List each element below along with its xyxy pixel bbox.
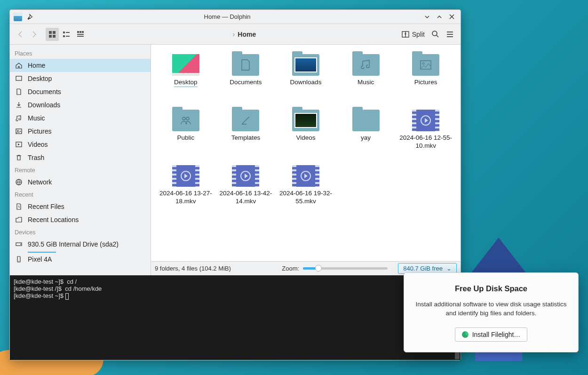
view-mode-group — [46, 28, 87, 41]
drive-icon — [15, 240, 23, 248]
sidebar-item-label: Recent Files — [28, 203, 64, 210]
icon-grid[interactable]: DesktopDocumentsDownloadsMusicPicturesPu… — [151, 45, 461, 261]
sidebar-item-pictures[interactable]: Pictures — [10, 125, 151, 138]
file-item-label: Templates — [231, 134, 261, 142]
sidebar-item-label: Pixel 4A — [28, 255, 52, 263]
window-body: Places HomeDesktopDocumentsDownloadsMusi… — [10, 45, 461, 275]
svg-point-24 — [17, 130, 19, 132]
sidebar-item-recent-locations[interactable]: Recent Locations — [10, 213, 151, 226]
sidebar-item-label: 930.5 GiB Internal Drive (sda2) — [28, 240, 119, 248]
file-item-label: 2024-06-16 12-55-10.mkv — [397, 134, 454, 150]
file-item[interactable]: 2024-06-16 13-27-18.mkv — [156, 164, 216, 216]
file-item-label: Public — [177, 134, 194, 142]
toolbar-right: Split — [402, 30, 456, 38]
file-item[interactable]: Desktop — [156, 53, 216, 105]
music-icon — [15, 114, 23, 122]
sidebar-item-documents[interactable]: Documents — [10, 85, 151, 98]
folder-glyph-icon — [360, 59, 372, 71]
folder-glyph-icon — [180, 115, 192, 126]
sidebar-item-label: Videos — [28, 141, 48, 148]
close-button[interactable] — [446, 12, 457, 22]
sidebar-item-label: Desktop — [28, 75, 52, 82]
sidebar-item-label: Home — [28, 62, 45, 69]
menu-button[interactable] — [446, 30, 454, 38]
file-item[interactable]: Pictures — [396, 53, 456, 105]
svg-rect-1 — [53, 31, 56, 34]
file-item[interactable]: Videos — [276, 109, 336, 160]
file-item-label: Downloads — [290, 79, 322, 87]
file-item-label: Pictures — [414, 79, 437, 87]
sidebar-item-videos[interactable]: Videos — [10, 138, 151, 151]
chevron-right-icon: › — [233, 31, 235, 38]
zoom-slider[interactable] — [303, 267, 388, 270]
search-button[interactable] — [431, 30, 439, 38]
file-item[interactable]: yay — [336, 109, 396, 160]
popup-body: Install additional software to view disk… — [413, 300, 569, 318]
sidebar-item-music[interactable]: Music — [10, 112, 151, 125]
app-icon — [14, 13, 22, 21]
file-item[interactable]: Public — [156, 109, 216, 160]
file-item-label: 2024-06-16 19-32-55.mkv — [278, 190, 334, 206]
svg-rect-11 — [77, 34, 84, 35]
split-button[interactable]: Split — [402, 31, 425, 38]
devices-header: Devices — [10, 226, 151, 238]
compact-view-button[interactable] — [60, 28, 73, 41]
install-filelight-label: Install Filelight… — [472, 331, 521, 338]
file-item[interactable]: Documents — [216, 53, 276, 105]
svg-rect-2 — [49, 35, 52, 38]
maximize-button[interactable] — [434, 12, 445, 22]
file-item[interactable]: 2024-06-16 19-32-55.mkv — [276, 164, 336, 216]
sidebar-item-desktop[interactable]: Desktop — [10, 72, 151, 85]
filelight-icon — [462, 331, 469, 338]
sidebar-item-recent-files[interactable]: Recent Files — [10, 200, 151, 213]
zoom-control: Zoom: — [282, 265, 391, 272]
svg-point-30 — [18, 261, 19, 261]
file-item[interactable]: 2024-06-16 13-42-14.mkv — [216, 164, 276, 216]
file-item[interactable]: Templates — [216, 109, 276, 160]
details-view-button[interactable] — [74, 28, 87, 41]
downloads-icon — [15, 101, 23, 109]
svg-rect-12 — [77, 36, 84, 37]
minimize-button[interactable] — [422, 12, 432, 22]
folder-thumbnail — [294, 113, 317, 128]
svg-point-28 — [20, 244, 21, 245]
free-space-label: 840.7 GiB free — [403, 265, 443, 272]
video-file-icon — [412, 110, 439, 131]
file-item[interactable]: 2024-06-16 12-55-10.mkv — [396, 109, 456, 160]
sidebar-item-label: Music — [28, 114, 45, 122]
trash-icon — [15, 153, 23, 162]
folder-thumbnail — [294, 57, 317, 72]
file-item-label: Videos — [296, 134, 315, 142]
svg-rect-6 — [63, 35, 65, 37]
svg-rect-9 — [79, 31, 81, 33]
sidebar-item-label: Network — [28, 178, 52, 186]
svg-rect-7 — [66, 36, 70, 37]
install-filelight-button[interactable]: Install Filelight… — [455, 327, 528, 342]
embedded-terminal[interactable]: [kde@kde-test ~]$ cd / [kde@kde-test /]$… — [10, 275, 461, 360]
video-file-icon — [232, 165, 259, 187]
file-item[interactable]: Music — [336, 53, 396, 105]
forward-button[interactable] — [28, 28, 40, 40]
desktop-icon — [15, 74, 23, 83]
sidebar-item-trash[interactable]: Trash — [10, 151, 151, 164]
back-button[interactable] — [15, 28, 27, 40]
hamburger-icon — [446, 30, 454, 38]
places-header: Places — [10, 48, 151, 59]
breadcrumb[interactable]: › Home — [88, 31, 401, 38]
file-item[interactable]: Downloads — [276, 53, 336, 105]
desktop-folder-icon — [172, 54, 199, 76]
sidebar-item-network[interactable]: Network — [10, 176, 151, 189]
folder-icon — [352, 54, 380, 76]
zoom-slider-knob[interactable] — [315, 265, 322, 271]
sidebar-item-downloads[interactable]: Downloads — [10, 98, 151, 112]
sidebar-item-home[interactable]: Home — [10, 59, 151, 72]
svg-point-34 — [186, 117, 189, 120]
sidebar-item-pixel-4a[interactable]: Pixel 4A — [10, 253, 151, 266]
pin-icon[interactable] — [27, 13, 34, 21]
remote-header: Remote — [10, 164, 151, 176]
icons-view-button[interactable] — [46, 28, 59, 41]
toolbar: › Home Split — [10, 24, 461, 45]
file-item-label: Desktop — [174, 79, 198, 87]
sidebar-item-930-5-gib-internal-drive-sda2-[interactable]: 930.5 GiB Internal Drive (sda2) — [10, 238, 151, 251]
sidebar-item-label: Documents — [28, 88, 61, 96]
